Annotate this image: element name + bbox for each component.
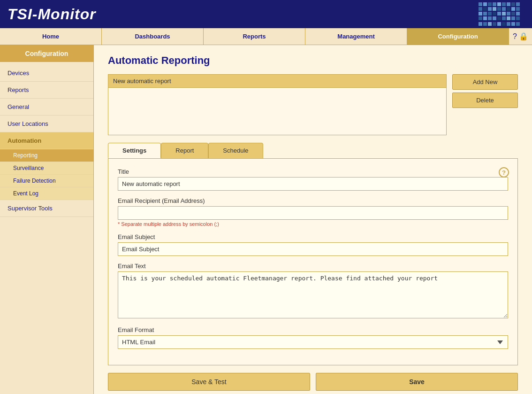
main-layout: Configuration Devices Reports General Us… bbox=[0, 45, 532, 394]
svg-rect-37 bbox=[479, 22, 482, 26]
delete-button[interactable]: Delete bbox=[452, 93, 518, 108]
svg-rect-41 bbox=[497, 22, 501, 26]
report-actions: Add New Delete bbox=[452, 74, 518, 135]
nav-configuration[interactable]: Configuration bbox=[407, 28, 509, 45]
svg-rect-7 bbox=[507, 2, 510, 6]
help-nav-icon[interactable]: ? bbox=[513, 32, 517, 41]
main-content: Automatic Reporting New automatic report… bbox=[94, 45, 532, 394]
svg-rect-21 bbox=[488, 12, 492, 15]
svg-rect-35 bbox=[511, 16, 515, 20]
page-title: Automatic Reporting bbox=[108, 54, 518, 67]
svg-rect-20 bbox=[483, 12, 487, 15]
tsi-logo bbox=[478, 1, 524, 27]
title-label: Title bbox=[118, 168, 508, 175]
svg-rect-23 bbox=[497, 12, 501, 15]
svg-rect-16 bbox=[507, 7, 510, 11]
svg-rect-9 bbox=[516, 2, 520, 6]
save-button[interactable]: Save bbox=[316, 373, 518, 391]
email-text-textarea[interactable]: This is your scheduled automatic Fleetma… bbox=[118, 271, 508, 318]
sidebar-item-user-locations[interactable]: User Locations bbox=[0, 116, 93, 132]
svg-rect-5 bbox=[497, 2, 501, 6]
svg-rect-19 bbox=[479, 12, 482, 15]
report-list-content bbox=[108, 88, 446, 135]
nav-management[interactable]: Management bbox=[305, 28, 407, 45]
email-recipient-label: Email Recipient (Email Address) bbox=[118, 197, 508, 204]
svg-rect-17 bbox=[511, 7, 515, 11]
svg-rect-12 bbox=[488, 7, 492, 11]
lock-nav-icon[interactable]: 🔒 bbox=[519, 32, 528, 41]
svg-rect-8 bbox=[511, 2, 515, 6]
svg-rect-14 bbox=[497, 7, 501, 11]
sidebar-item-automation[interactable]: Automation bbox=[0, 132, 93, 149]
nav-bar: Home Dashboards Reports Management Confi… bbox=[0, 28, 532, 45]
svg-rect-2 bbox=[483, 2, 487, 6]
app-header: TSI-Monitor bbox=[0, 0, 532, 28]
email-subject-label: Email Subject bbox=[118, 233, 508, 240]
nav-icons: ? 🔒 bbox=[509, 28, 532, 45]
tsi-logo-svg bbox=[478, 1, 524, 27]
svg-rect-26 bbox=[511, 12, 515, 15]
app-logo: TSI-Monitor bbox=[8, 6, 96, 23]
svg-rect-45 bbox=[516, 22, 520, 26]
svg-rect-31 bbox=[493, 16, 496, 20]
svg-rect-1 bbox=[479, 2, 482, 6]
tab-report[interactable]: Report bbox=[161, 143, 208, 158]
nav-dashboards[interactable]: Dashboards bbox=[102, 28, 204, 45]
svg-rect-29 bbox=[483, 16, 487, 20]
form-group-title: Title bbox=[118, 168, 508, 191]
svg-rect-36 bbox=[516, 16, 520, 20]
nav-reports[interactable]: Reports bbox=[204, 28, 305, 45]
svg-rect-27 bbox=[516, 12, 520, 15]
svg-rect-22 bbox=[493, 12, 496, 15]
sidebar-subitem-surveillance[interactable]: Surveillance bbox=[0, 162, 93, 175]
email-format-select[interactable]: HTML Email Plain Text Email bbox=[118, 335, 508, 349]
svg-rect-43 bbox=[507, 22, 510, 26]
sidebar-section: Devices Reports General User Locations A… bbox=[0, 62, 93, 220]
sidebar-item-reports[interactable]: Reports bbox=[0, 82, 93, 99]
sidebar-item-supervisor-tools[interactable]: Supervisor Tools bbox=[0, 200, 93, 217]
svg-rect-18 bbox=[516, 7, 520, 11]
report-list-area: New automatic report Add New Delete bbox=[108, 74, 518, 135]
sidebar-subitem-event-log[interactable]: Event Log bbox=[0, 187, 93, 200]
sidebar-item-devices[interactable]: Devices bbox=[0, 65, 93, 82]
sidebar-item-general[interactable]: General bbox=[0, 99, 93, 116]
svg-rect-11 bbox=[483, 7, 487, 11]
email-subject-input[interactable] bbox=[118, 242, 508, 256]
tab-schedule[interactable]: Schedule bbox=[208, 143, 263, 158]
svg-rect-28 bbox=[479, 16, 482, 20]
svg-rect-38 bbox=[483, 22, 487, 26]
save-test-button[interactable]: Save & Test bbox=[108, 373, 310, 391]
svg-rect-15 bbox=[502, 7, 506, 11]
tab-settings[interactable]: Settings bbox=[108, 143, 161, 158]
email-recipient-input[interactable] bbox=[118, 206, 508, 220]
email-format-label: Email Format bbox=[118, 326, 508, 333]
sidebar-subitems: Reporting Surveillance Failure Detection… bbox=[0, 149, 93, 200]
svg-rect-6 bbox=[502, 2, 506, 6]
email-text-label: Email Text bbox=[118, 263, 508, 270]
svg-rect-33 bbox=[502, 16, 506, 20]
report-list-header: New automatic report bbox=[108, 75, 446, 88]
help-icon[interactable]: ? bbox=[499, 167, 509, 178]
sidebar-subitem-reporting[interactable]: Reporting bbox=[0, 149, 93, 162]
nav-home[interactable]: Home bbox=[0, 28, 102, 45]
report-list-box: New automatic report bbox=[108, 74, 447, 135]
tabs: Settings Report Schedule bbox=[108, 143, 518, 158]
svg-rect-40 bbox=[493, 22, 496, 26]
svg-rect-3 bbox=[488, 2, 492, 6]
svg-rect-25 bbox=[507, 12, 510, 15]
svg-rect-32 bbox=[497, 16, 501, 20]
svg-rect-39 bbox=[488, 22, 492, 26]
svg-rect-30 bbox=[488, 16, 492, 20]
form-group-email-text: Email Text This is your scheduled automa… bbox=[118, 263, 508, 320]
form-panel: ? Title Email Recipient (Email Address) … bbox=[108, 158, 518, 365]
add-new-button[interactable]: Add New bbox=[452, 74, 518, 90]
sidebar-header: Configuration bbox=[0, 45, 93, 62]
sidebar: Configuration Devices Reports General Us… bbox=[0, 45, 94, 394]
bottom-actions: Save & Test Save bbox=[108, 373, 518, 391]
sidebar-subitem-failure-detection[interactable]: Failure Detection bbox=[0, 175, 93, 187]
svg-rect-13 bbox=[493, 7, 496, 11]
svg-rect-42 bbox=[502, 22, 506, 26]
svg-rect-34 bbox=[507, 16, 510, 20]
svg-rect-24 bbox=[502, 12, 506, 15]
title-input[interactable] bbox=[118, 177, 508, 191]
